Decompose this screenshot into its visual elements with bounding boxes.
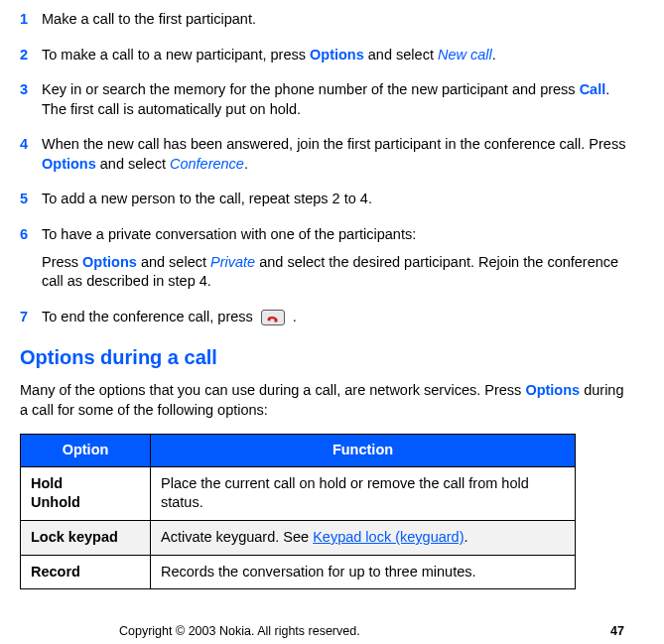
table-header-function: Function	[151, 435, 576, 467]
step-number: 1	[20, 10, 42, 34]
text: When the new call has been answered, joi…	[42, 136, 625, 152]
text: Key in or search the memory for the phon…	[42, 81, 580, 97]
table-header-option: Option	[21, 435, 151, 467]
copyright-text: Copyright © 2003 Nokia. All rights reser…	[119, 623, 360, 640]
menu-item: New call	[438, 47, 492, 63]
step-number: 7	[20, 308, 42, 331]
text: Make a call to the first participant.	[42, 11, 256, 27]
text: .	[492, 47, 496, 63]
table-row: RecordRecords the conversation for up to…	[21, 555, 576, 589]
text: To make a call to a new participant, pre…	[42, 47, 310, 63]
section-intro: Many of the options that you can use dur…	[20, 381, 628, 420]
table-row: HoldUnholdPlace the current call on hold…	[21, 466, 576, 520]
text: .	[244, 156, 248, 172]
options-table: Option Function HoldUnholdPlace the curr…	[20, 434, 576, 589]
text: To add a new person to the call, repeat …	[42, 191, 372, 206]
step: 6To have a private conversation with one…	[20, 225, 628, 296]
options-keyword: Call	[580, 81, 606, 97]
option-name-cell: HoldUnhold	[21, 466, 151, 520]
function-cell: Records the conversation for up to three…	[151, 555, 576, 589]
text: Place the current call on hold or remove…	[161, 475, 529, 511]
step-number: 5	[20, 190, 42, 213]
step: 1Make a call to the first participant.	[20, 10, 628, 34]
menu-item: Conference	[170, 156, 244, 172]
step-body: To add a new person to the call, repeat …	[42, 190, 628, 213]
text: .	[464, 529, 467, 545]
text: Records the conversation for up to three…	[161, 564, 476, 580]
step-body: When the new call has been answered, joi…	[42, 135, 628, 178]
options-keyword: Options	[525, 382, 580, 398]
text: Activate keyguard. See	[161, 529, 313, 545]
step: 2To make a call to a new participant, pr…	[20, 46, 628, 69]
end-call-icon	[261, 310, 285, 325]
text: and select	[96, 156, 170, 172]
step-number: 3	[20, 80, 42, 123]
option-name-cell: Lock keypad	[21, 521, 151, 556]
options-keyword: Options	[42, 156, 96, 172]
step: 7To end the conference call, press .	[20, 308, 628, 331]
options-keyword: Options	[310, 47, 364, 63]
function-cell: Activate keyguard. See Keypad lock (keyg…	[151, 521, 576, 556]
step-body: To have a private conversation with one …	[42, 225, 628, 296]
text: Many of the options that you can use dur…	[20, 382, 525, 398]
section-heading: Options during a call	[20, 344, 628, 371]
step-number: 6	[20, 225, 42, 296]
menu-item: Private	[210, 254, 255, 270]
text: To end the conference call, press	[42, 309, 257, 324]
options-keyword: Options	[82, 254, 137, 270]
text: Press	[42, 254, 82, 270]
step: 3Key in or search the memory for the pho…	[20, 80, 628, 123]
steps-list: 1Make a call to the first participant.2T…	[20, 10, 628, 330]
function-cell: Place the current call on hold or remove…	[151, 466, 576, 520]
step-body: To end the conference call, press .	[42, 308, 628, 331]
page-number: 47	[610, 623, 624, 640]
text: To have a private conversation with one …	[42, 226, 416, 242]
cross-reference-link: Keypad lock (keyguard)	[313, 529, 464, 545]
step-body: To make a call to a new participant, pre…	[42, 46, 628, 69]
table-row: Lock keypadActivate keyguard. See Keypad…	[21, 521, 576, 556]
text: and select	[137, 254, 210, 270]
option-name-cell: Record	[21, 555, 151, 589]
step-body: Key in or search the memory for the phon…	[42, 80, 628, 123]
step: 4When the new call has been answered, jo…	[20, 135, 628, 178]
step-number: 2	[20, 46, 42, 69]
page-footer: Copyright © 2003 Nokia. All rights reser…	[20, 623, 628, 640]
step-body: Make a call to the first participant.	[42, 10, 628, 34]
text: .	[289, 309, 297, 324]
step-number: 4	[20, 135, 42, 178]
text: and select	[364, 47, 438, 63]
step: 5To add a new person to the call, repeat…	[20, 190, 628, 213]
